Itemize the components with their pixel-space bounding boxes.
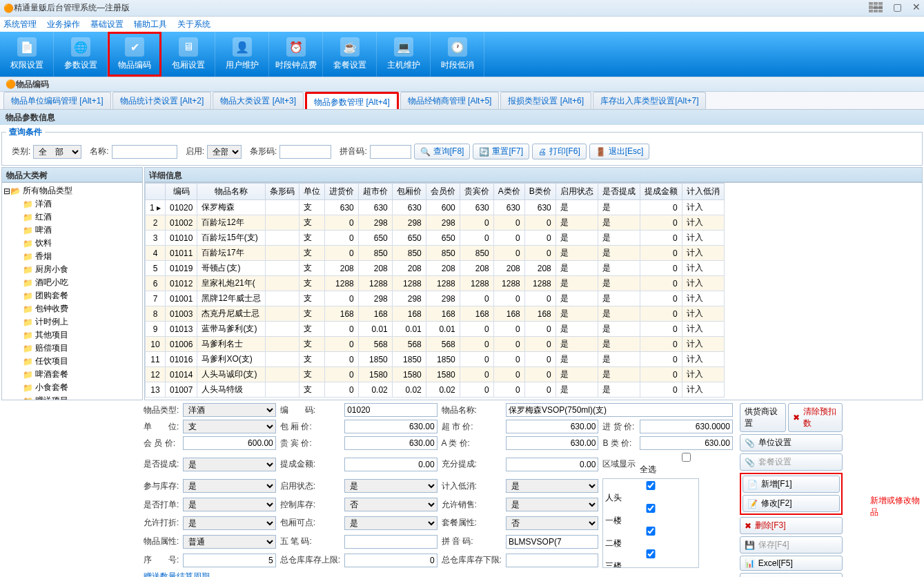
tab[interactable]: 物品经销商管理 [Alt+5] (400, 92, 500, 109)
data-table-wrapper[interactable]: 编码物品名称条形码单位进货价超市价包厢价会员价贵宾价A类价B类价启用状态是否提成… (144, 182, 923, 400)
b-input[interactable] (640, 436, 732, 450)
period-button[interactable]: ▶ 时段价格 (740, 573, 843, 577)
table-row[interactable]: 401011百龄坛17年支085085085085000是是0计入 (146, 246, 725, 261)
zckc-input[interactable] (344, 554, 437, 567)
enable-select[interactable]: 全部 (207, 145, 242, 159)
category-select[interactable]: 全 部 (33, 145, 81, 159)
type-select[interactable]: 洋酒 (183, 403, 275, 417)
unit-select[interactable]: 支 (183, 420, 275, 433)
name-input[interactable] (112, 145, 177, 159)
tab[interactable]: 库存出入库类型设置[Alt+7] (593, 92, 706, 109)
menu-item[interactable]: 系统管理 (3, 19, 37, 30)
menu-item[interactable]: 基础设置 (90, 19, 124, 30)
exit-button[interactable]: 🚪 退出[Esc] (589, 144, 650, 159)
tree-body[interactable]: ⊟ 📂所有物品类型 📁 洋酒📁 红酒📁 啤酒📁 饮料📁 香烟📁 厨房小食📁 酒吧… (1, 182, 143, 400)
toolbar-包厢设置[interactable]: 🖥包厢设置 (161, 32, 215, 77)
qyzt-select[interactable]: 是 (344, 479, 437, 493)
table-row[interactable]: 1101016马爹利XO(支)支0185018501850000是是0计入 (146, 352, 725, 367)
toolbar-权限设置[interactable]: 📄权限设置 (0, 32, 54, 77)
table-row[interactable]: 801003杰克丹尼威士忌支168168168168168168168是是0计入 (146, 306, 725, 322)
tab[interactable]: 物品大类设置 [Alt+3] (213, 92, 304, 109)
tree-item[interactable]: 📁 其他项目 (23, 329, 141, 342)
tree-item[interactable]: 📁 啤酒 (23, 224, 141, 237)
yxxs-select[interactable]: 是 (506, 498, 598, 511)
tree-item[interactable]: 📁 饮料 (23, 237, 141, 250)
tree-item[interactable]: 📁 计时例上 (23, 315, 141, 329)
bxkd-select[interactable]: 是 (344, 516, 437, 530)
tree-item[interactable]: 📁 赠送项目 (23, 394, 141, 400)
tree-item[interactable]: 📁 酒吧小吃 (23, 276, 141, 289)
name-input2[interactable] (506, 403, 733, 417)
close-icon[interactable]: ✕ (912, 1, 921, 12)
pym-input[interactable] (506, 535, 598, 549)
table-row[interactable]: 301010百龄坛15年(支)支0650650650000是是0计入 (146, 231, 725, 246)
kzkc-select[interactable]: 否 (344, 498, 437, 511)
table-row[interactable]: 1301007人头马特级支00.020.020.02000是是0计入 (146, 382, 725, 398)
wbm-input[interactable] (344, 535, 437, 549)
tree-item[interactable]: 📁 小食套餐 (23, 381, 141, 394)
toolbar-套餐设置[interactable]: ☕套餐设置 (323, 32, 377, 77)
box-input[interactable] (344, 420, 437, 433)
region-checkbox[interactable] (605, 504, 696, 513)
tree-item[interactable]: 📁 任饮项目 (23, 355, 141, 368)
clear-button[interactable]: ✖ 清除预扣数 (788, 403, 843, 432)
vip-input[interactable] (344, 436, 437, 450)
wpsx-select[interactable]: 普通 (183, 535, 275, 549)
region-checkbox[interactable] (605, 481, 696, 490)
select-all-checkbox[interactable] (640, 453, 732, 462)
table-row[interactable]: 1001006马爹利名士支0568568568000是是0计入 (146, 337, 725, 352)
toolbar-主机维护[interactable]: 💻主机维护 (377, 32, 431, 77)
tree-root[interactable]: ⊟ 📂所有物品类型 (3, 184, 141, 197)
excel-button[interactable]: 📊 Excel[F5] (740, 556, 843, 571)
tree-item[interactable]: 📁 香烟 (23, 250, 141, 263)
maximize-icon[interactable]: ▢ (893, 1, 902, 12)
tree-item[interactable]: 📁 啤酒套餐 (23, 368, 141, 381)
tab[interactable]: 物品参数管理 [Alt+4] (305, 92, 399, 109)
table-row[interactable]: 1 ▸01020保罗梅森支630630630600630630630是是0计入 (146, 200, 725, 215)
xh-input[interactable] (183, 554, 275, 567)
unit-button[interactable]: 📎 单位设置 (740, 434, 843, 451)
reset-button[interactable]: 🔄 重置[F7] (473, 144, 529, 159)
tree-item[interactable]: 📁 厨房小食 (23, 263, 141, 276)
tab[interactable]: 报损类型设置 [Alt+6] (500, 92, 591, 109)
barcode-input[interactable] (279, 145, 331, 159)
cftc-input[interactable] (506, 458, 598, 471)
menu-item[interactable]: 辅助工具 (134, 19, 167, 30)
menu-item[interactable]: 业务操作 (47, 19, 80, 30)
query-button[interactable]: 🔍 查询[F8] (414, 144, 471, 159)
toolbar-时段钟点费[interactable]: ⏰时段钟点费 (269, 32, 323, 77)
jrdx-select[interactable]: 是 (506, 479, 598, 493)
delete-button[interactable]: ✖ 删除[F3] (740, 517, 843, 534)
tree-item[interactable]: 📁 团购套餐 (23, 289, 141, 302)
print-button[interactable]: 🖨 打印[F6] (532, 144, 587, 159)
toolbar-用户维护[interactable]: 👤用户维护 (215, 32, 269, 77)
toolbar-时段低消[interactable]: 🕐时段低消 (431, 32, 484, 77)
tree-item[interactable]: 📁 红酒 (23, 211, 141, 224)
cost-input[interactable] (640, 420, 732, 433)
region-checkbox[interactable] (605, 549, 696, 558)
zckcx-input[interactable] (506, 554, 598, 567)
cyku-select[interactable]: 是 (183, 479, 275, 493)
tcje-input[interactable] (344, 458, 437, 471)
tab[interactable]: 物品单位编码管理 [Alt+1] (3, 92, 111, 109)
code-input[interactable] (344, 403, 437, 417)
dfd-select[interactable]: 是 (183, 498, 275, 511)
tree-item[interactable]: 📁 包钟收费 (23, 302, 141, 315)
a-input[interactable] (506, 436, 598, 450)
table-row[interactable]: 1201014人头马诚印(支)支0158015801580000是是0计入 (146, 367, 725, 382)
tcsx-select[interactable]: 否 (506, 516, 598, 530)
add-button[interactable]: 📄 新增[F1] (743, 476, 841, 493)
tc-select[interactable]: 是 (183, 458, 275, 471)
toolbar-参数设置[interactable]: 🌐参数设置 (54, 32, 108, 77)
tree-item[interactable]: 📁 洋酒 (23, 197, 141, 211)
table-row[interactable]: 701001黑牌12年威士忌支0298298298000是是0计入 (146, 291, 725, 306)
menu-item[interactable]: 关于系统 (177, 19, 210, 30)
tree-item[interactable]: 📁 赔偿项目 (23, 342, 141, 355)
table-row[interactable]: 601012皇家礼炮21年(支1288128812881288128812881… (146, 276, 725, 291)
table-row[interactable]: 501019哥顿占(支)支208208208208208208208是是0计入 (146, 261, 725, 276)
yxdz-select[interactable]: 是 (183, 516, 275, 530)
pinyin-input[interactable] (370, 145, 411, 159)
region-checkbox[interactable] (605, 527, 696, 536)
tab[interactable]: 物品统计类设置 [Alt+2] (112, 92, 212, 109)
table-row[interactable]: 901013蓝带马爹利(支)支00.010.010.01000是是0计入 (146, 322, 725, 337)
